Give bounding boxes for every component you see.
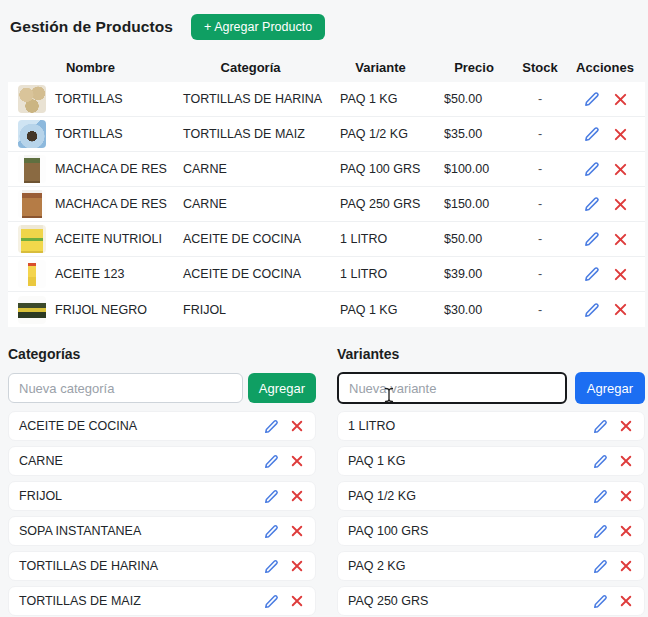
product-name: TORTILLAS: [55, 92, 123, 106]
edit-button[interactable]: [593, 524, 608, 539]
x-icon: [614, 198, 627, 211]
edit-button[interactable]: [584, 196, 600, 212]
x-icon: [620, 455, 632, 467]
product-stock: -: [515, 127, 565, 141]
list-item-actions: [593, 419, 632, 434]
list-item: PAQ 100 GRS: [337, 516, 645, 546]
list-item: ACEITE DE COCINA: [8, 411, 316, 441]
pencil-icon: [584, 302, 600, 318]
delete-button[interactable]: [614, 198, 627, 211]
delete-button[interactable]: [291, 525, 303, 537]
edit-button[interactable]: [593, 454, 608, 469]
list-item-actions: [264, 454, 303, 469]
list-item-label: FRIJOL: [19, 489, 62, 503]
product-thumbnail: [18, 120, 46, 148]
delete-button[interactable]: [614, 268, 627, 281]
product-name: TORTILLAS: [55, 127, 123, 141]
product-thumbnail: [18, 190, 46, 218]
pencil-icon: [593, 594, 608, 609]
product-name: ACEITE 123: [55, 267, 124, 281]
delete-button[interactable]: [291, 560, 303, 572]
categories-panel: Categorías Agregar ACEITE DE COCINA CARN…: [8, 346, 316, 616]
delete-button[interactable]: [614, 163, 627, 176]
pencil-icon: [584, 161, 600, 177]
product-stock: -: [515, 232, 565, 246]
new-variant-input[interactable]: [337, 372, 567, 404]
delete-button[interactable]: [620, 420, 632, 432]
add-category-button[interactable]: Agregar: [248, 373, 316, 403]
edit-button[interactable]: [593, 419, 608, 434]
product-name-cell: TORTILLAS: [8, 85, 173, 113]
edit-button[interactable]: [264, 419, 279, 434]
delete-button[interactable]: [620, 560, 632, 572]
x-icon: [620, 490, 632, 502]
pencil-icon: [264, 559, 279, 574]
product-variant: PAQ 1 KG: [328, 92, 433, 106]
delete-button[interactable]: [291, 455, 303, 467]
pencil-icon: [264, 594, 279, 609]
delete-button[interactable]: [614, 303, 627, 316]
list-item-actions: [593, 524, 632, 539]
add-product-button[interactable]: + Agregar Producto: [191, 14, 325, 40]
x-icon: [291, 595, 303, 607]
list-item-label: CARNE: [19, 454, 63, 468]
delete-button[interactable]: [614, 128, 627, 141]
delete-button[interactable]: [291, 490, 303, 502]
list-item-actions: [593, 559, 632, 574]
delete-button[interactable]: [620, 490, 632, 502]
product-category: FRIJOL: [173, 303, 328, 317]
x-icon: [291, 525, 303, 537]
delete-button[interactable]: [620, 595, 632, 607]
product-actions-cell: [565, 266, 645, 282]
delete-button[interactable]: [614, 93, 627, 106]
product-thumbnail: [18, 260, 46, 288]
product-stock: -: [515, 197, 565, 211]
edit-button[interactable]: [593, 489, 608, 504]
list-item-actions: [593, 489, 632, 504]
pencil-icon: [593, 454, 608, 469]
product-variant: PAQ 1/2 KG: [328, 127, 433, 141]
edit-button[interactable]: [584, 91, 600, 107]
delete-button[interactable]: [614, 233, 627, 246]
variants-list: 1 LITRO PAQ 1 KG: [337, 411, 645, 616]
edit-button[interactable]: [584, 231, 600, 247]
delete-button[interactable]: [620, 525, 632, 537]
list-item-label: 1 LITRO: [348, 419, 395, 433]
product-actions-cell: [565, 231, 645, 247]
product-name-cell: ACEITE NUTRIOLI: [8, 225, 173, 253]
edit-button[interactable]: [264, 559, 279, 574]
product-variant: 1 LITRO: [328, 267, 433, 281]
edit-button[interactable]: [264, 524, 279, 539]
edit-button[interactable]: [584, 161, 600, 177]
list-item: SOPA INSTANTANEA: [8, 516, 316, 546]
list-item: TORTILLAS DE MAIZ: [8, 586, 316, 616]
pencil-icon: [584, 266, 600, 282]
product-stock: -: [515, 92, 565, 106]
edit-button[interactable]: [593, 559, 608, 574]
list-item: PAQ 1 KG: [337, 446, 645, 476]
product-name-cell: FRIJOL NEGRO: [8, 296, 173, 324]
product-category: CARNE: [173, 162, 328, 176]
product-stock: -: [515, 303, 565, 317]
edit-button[interactable]: [584, 126, 600, 142]
product-price: $50.00: [433, 92, 515, 106]
edit-button[interactable]: [264, 489, 279, 504]
x-icon: [620, 420, 632, 432]
edit-button[interactable]: [593, 594, 608, 609]
delete-button[interactable]: [291, 595, 303, 607]
column-header-stock: Stock: [515, 60, 565, 75]
x-icon: [614, 163, 627, 176]
edit-button[interactable]: [264, 594, 279, 609]
product-name-cell: ACEITE 123: [8, 260, 173, 288]
edit-button[interactable]: [584, 302, 600, 318]
pencil-icon: [584, 126, 600, 142]
delete-button[interactable]: [620, 455, 632, 467]
add-variant-button[interactable]: Agregar: [575, 372, 645, 404]
delete-button[interactable]: [291, 420, 303, 432]
edit-button[interactable]: [584, 266, 600, 282]
new-category-input[interactable]: [8, 373, 243, 403]
list-item-label: TORTILLAS DE MAIZ: [19, 594, 141, 608]
list-item: CARNE: [8, 446, 316, 476]
categories-panel-title: Categorías: [8, 346, 316, 362]
edit-button[interactable]: [264, 454, 279, 469]
